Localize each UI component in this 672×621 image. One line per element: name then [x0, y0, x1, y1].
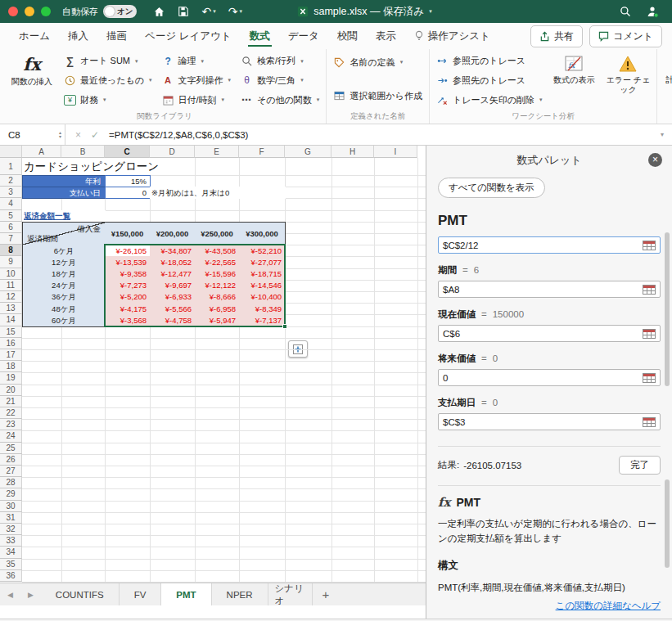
- row-header-32[interactable]: 32: [0, 524, 22, 535]
- error-check-button[interactable]: エラー チェック: [606, 52, 650, 110]
- column-header-H[interactable]: H: [331, 146, 374, 158]
- row-header-23[interactable]: 23: [0, 419, 22, 430]
- table-title-cell[interactable]: 返済金額一覧: [22, 210, 106, 223]
- row-header-12[interactable]: 12: [0, 291, 22, 303]
- tab-home[interactable]: ホーム: [10, 23, 59, 49]
- row-header-4[interactable]: 4: [0, 198, 22, 209]
- remove-arrows-button[interactable]: トレース矢印の削除▾: [436, 91, 543, 109]
- sheet-tab-scenario[interactable]: シナリオ: [268, 583, 313, 605]
- payment-cell-F10[interactable]: ¥-18,715: [239, 268, 286, 281]
- row-header-14[interactable]: 14: [0, 314, 22, 326]
- payment-cell-D13[interactable]: ¥-5,566: [150, 303, 196, 315]
- add-sheet-button[interactable]: +: [313, 583, 340, 605]
- row-header-17[interactable]: 17: [0, 349, 22, 361]
- row-header-36[interactable]: 36: [0, 570, 22, 582]
- tab-view[interactable]: 表示: [367, 23, 405, 49]
- period-label-5[interactable]: 48ケ月: [22, 303, 106, 315]
- row-header-16[interactable]: 16: [0, 338, 22, 349]
- row-header-19[interactable]: 19: [0, 372, 22, 384]
- payment-cell-E14[interactable]: ¥-5,947: [195, 314, 240, 326]
- tab-data[interactable]: データ: [279, 23, 328, 49]
- tab-tell-me[interactable]: 操作アシスト: [405, 23, 499, 49]
- sheet-title-cell[interactable]: カードショッピングローン: [22, 158, 151, 176]
- insert-function-button[interactable]: fx 関数の挿入: [10, 52, 54, 110]
- row-header-20[interactable]: 20: [0, 385, 22, 396]
- argument-input-nper[interactable]: $A8: [438, 281, 661, 298]
- name-box-stepper[interactable]: ▴▾: [59, 131, 61, 139]
- show-formulas-button[interactable]: fx 数式の表示: [552, 52, 596, 110]
- close-panel-button[interactable]: ×: [648, 153, 662, 167]
- argument-input-rate[interactable]: $C$2/12: [438, 236, 661, 254]
- payday-value-cell[interactable]: 0: [105, 187, 151, 199]
- row-header-9[interactable]: 9: [0, 256, 22, 268]
- scroll-tabs-right-button[interactable]: ▶: [20, 583, 41, 605]
- loan-amount-header-2[interactable]: ¥250,000: [195, 222, 240, 245]
- select-all-corner[interactable]: [0, 146, 22, 158]
- range-picker-icon[interactable]: [643, 241, 656, 250]
- row-header-22[interactable]: 22: [0, 407, 22, 419]
- share-button[interactable]: 共有: [530, 25, 583, 47]
- payment-cell-F12[interactable]: ¥-10,400: [239, 291, 286, 304]
- period-label-3[interactable]: 24ケ月: [22, 280, 106, 292]
- loan-amount-header-1[interactable]: ¥200,000: [150, 222, 196, 245]
- spreadsheet[interactable]: ABCDEFGHI1234567891011121314151617181920…: [0, 146, 426, 583]
- column-header-D[interactable]: D: [150, 146, 195, 158]
- row-header-35[interactable]: 35: [0, 559, 22, 570]
- payday-label-cell[interactable]: 支払い日: [22, 187, 106, 199]
- payment-cell-F8[interactable]: ¥-52,210: [239, 245, 286, 257]
- search-icon[interactable]: [620, 6, 631, 17]
- range-picker-icon[interactable]: [643, 373, 656, 383]
- payment-cell-F11[interactable]: ¥-14,546: [239, 280, 286, 292]
- tab-draw[interactable]: 描画: [97, 23, 136, 49]
- panel-scrollbar-thumb[interactable]: [665, 479, 670, 568]
- payday-note-cell[interactable]: ※月初めは1、月末は0: [150, 187, 286, 199]
- column-header-E[interactable]: E: [195, 146, 239, 158]
- column-header-G[interactable]: G: [285, 146, 331, 158]
- panel-scrollbar-thumb[interactable]: [665, 232, 670, 386]
- column-header-B[interactable]: B: [61, 146, 105, 158]
- tab-page-layout[interactable]: ページ レイアウト: [136, 23, 241, 49]
- tab-insert[interactable]: 挿入: [59, 23, 97, 49]
- row-header-29[interactable]: 29: [0, 488, 22, 500]
- expand-formula-bar-icon[interactable]: ▾: [661, 131, 672, 138]
- payment-cell-E10[interactable]: ¥-15,596: [195, 268, 240, 281]
- row-header-34[interactable]: 34: [0, 547, 22, 558]
- cancel-entry-icon[interactable]: ×: [75, 129, 81, 141]
- payment-cell-D12[interactable]: ¥-6,933: [150, 291, 196, 304]
- home-icon[interactable]: [153, 6, 165, 18]
- period-label-1[interactable]: 12ケ月: [22, 256, 106, 268]
- row-header-7[interactable]: 7: [0, 233, 22, 245]
- payment-cell-C10[interactable]: ¥-9,358: [105, 268, 151, 281]
- logical-button[interactable]: ?論理▾: [162, 52, 232, 70]
- payment-cell-C12[interactable]: ¥-5,200: [105, 291, 151, 304]
- trace-dependents-button[interactable]: 参照先のトレース: [436, 71, 543, 89]
- row-header-3[interactable]: 3: [0, 187, 22, 198]
- argument-input-fv[interactable]: 0: [438, 369, 661, 386]
- payment-cell-F9[interactable]: ¥-27,077: [239, 256, 286, 268]
- row-header-26[interactable]: 26: [0, 454, 22, 466]
- trace-precedents-button[interactable]: 参照元のトレース: [436, 52, 543, 70]
- row-header-33[interactable]: 33: [0, 535, 22, 547]
- payment-cell-E9[interactable]: ¥-22,565: [195, 256, 240, 268]
- payment-cell-D14[interactable]: ¥-4,758: [150, 314, 196, 326]
- financial-button[interactable]: ¥財務▾: [64, 91, 152, 109]
- account-icon[interactable]: [646, 5, 659, 18]
- argument-input-pv[interactable]: C$6: [438, 325, 661, 342]
- argument-input-type[interactable]: $C$3: [438, 413, 661, 430]
- payment-cell-F13[interactable]: ¥-8,349: [239, 303, 286, 315]
- tab-formulas[interactable]: 数式: [241, 23, 279, 49]
- title-menu-chevron-icon[interactable]: ▾: [429, 8, 432, 15]
- row-header-8[interactable]: 8: [0, 245, 22, 256]
- range-picker-icon[interactable]: [643, 417, 656, 427]
- function-help-link[interactable]: この関数の詳細なヘルプ: [556, 601, 661, 610]
- loan-amount-header-0[interactable]: ¥150,000: [105, 222, 151, 245]
- period-label-6[interactable]: 60ケ月: [22, 314, 106, 326]
- row-header-11[interactable]: 11: [0, 280, 22, 291]
- lookup-button[interactable]: 検索/行列▾: [241, 52, 319, 70]
- column-header-A[interactable]: A: [22, 146, 61, 158]
- payment-cell-C13[interactable]: ¥-4,175: [105, 303, 151, 315]
- math-trig-button[interactable]: θ数学/三角▾: [241, 71, 319, 89]
- create-from-selection-button[interactable]: 選択範囲から作成: [333, 87, 422, 105]
- period-label-0[interactable]: 6ケ月: [22, 245, 106, 257]
- row-header-30[interactable]: 30: [0, 501, 22, 512]
